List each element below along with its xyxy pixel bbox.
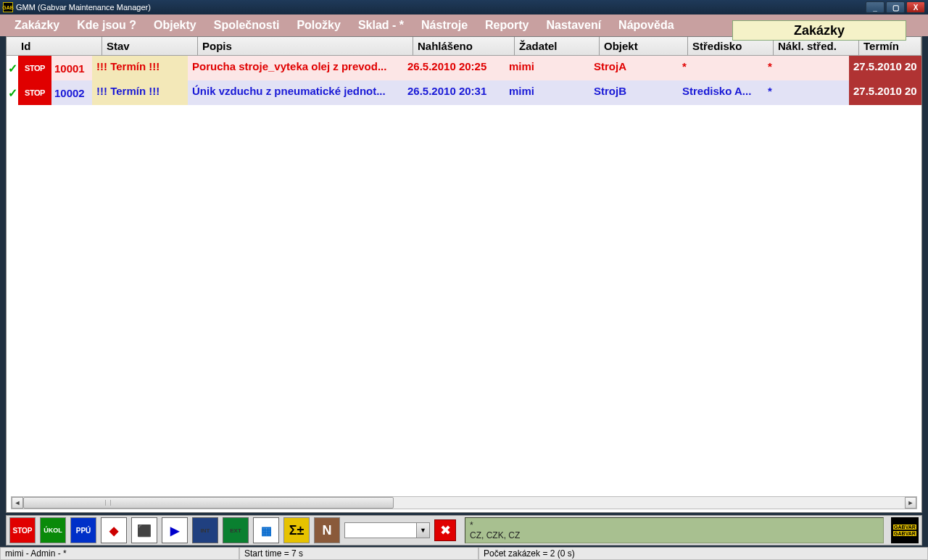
menu-napoveda[interactable]: Nápověda [610, 16, 682, 35]
scroll-right-button[interactable]: ► [905, 497, 916, 509]
menu-zakazky[interactable]: Zakázky [6, 16, 68, 35]
tool-button-5[interactable]: ⬛ [131, 517, 157, 543]
cell-stredisko: * [678, 56, 763, 80]
scroll-thumb[interactable] [23, 497, 394, 509]
gabvar-logo: GABVARGABVAR [891, 517, 919, 543]
tool-button-7[interactable]: INT [192, 517, 218, 543]
grid-container: Id Stav Popis Nahlášeno Žadatel Objekt S… [6, 36, 922, 513]
check-icon: ✓ [7, 56, 18, 80]
tool-button-8[interactable]: EXT [223, 517, 249, 543]
stop-icon: STOP [18, 80, 51, 105]
horizontal-scrollbar[interactable]: ◄ ► [11, 496, 917, 509]
info-line1: * [470, 520, 879, 530]
status-time: Start time = 7 s [239, 548, 478, 560]
col-stav[interactable]: Stav [102, 37, 198, 55]
tool-sum-button[interactable]: Σ± [283, 517, 310, 543]
tool-button-4[interactable]: ◆ [101, 517, 127, 543]
menu-objekty[interactable]: Objekty [145, 16, 205, 35]
cell-stav: !!! Termín !!! [92, 56, 188, 80]
tool-button-9[interactable]: ▦ [253, 517, 279, 543]
cell-zadatel: mimi [505, 80, 589, 105]
scroll-left-button[interactable]: ◄ [12, 497, 23, 509]
info-line2: CZ, CZK, CZ [470, 530, 879, 540]
status-user: mimi - Admin - * [0, 548, 239, 560]
cell-stav: !!! Termín !!! [92, 80, 188, 105]
cell-stredisko: Stredisko A... [678, 80, 763, 105]
cell-id: 10002 [51, 87, 85, 99]
close-button[interactable]: X [906, 1, 925, 13]
menu-sklad[interactable]: Sklad - * [349, 16, 413, 35]
cell-nahlaseno: 26.5.2010 20:31 [403, 80, 505, 105]
col-id[interactable]: Id [17, 37, 102, 55]
grid-body: ✓ STOP 10001 !!! Termín !!! Porucha stro… [7, 56, 921, 105]
tool-n-button[interactable]: N [314, 517, 340, 543]
tool-ppu-button[interactable]: PPÚ [70, 517, 96, 543]
menu-reporty[interactable]: Reporty [476, 16, 537, 35]
check-icon: ✓ [7, 80, 18, 105]
menu-spolecnosti[interactable]: Společnosti [205, 16, 289, 35]
col-popis[interactable]: Popis [198, 37, 413, 55]
cell-termin: 27.5.2010 20 [849, 56, 921, 80]
col-nahlaseno[interactable]: Nahlášeno [413, 37, 515, 55]
bottom-toolbar: STOP ÚKOL PPÚ ◆ ⬛ ▶ INT EXT ▦ Σ± N ▼ ✖ *… [6, 515, 922, 546]
stop-icon: STOP [18, 56, 51, 80]
cell-popis: Porucha stroje_vyteka olej z prevod... [188, 56, 403, 80]
info-panel: * CZ, CZK, CZ [465, 517, 884, 543]
table-row[interactable]: ✓ STOP 10002 !!! Termín !!! Únik vzduchu… [7, 80, 921, 105]
cell-objekt: StrojB [589, 80, 678, 105]
filter-combo[interactable] [344, 522, 417, 538]
status-count: Počet zakázek = 2 (0 s) [478, 548, 928, 560]
cell-objekt: StrojA [589, 56, 678, 80]
maximize-button[interactable]: ▢ [886, 1, 905, 13]
tool-ukol-button[interactable]: ÚKOL [40, 517, 66, 543]
cell-nakl: * [763, 56, 849, 80]
combo-dropdown-button[interactable]: ▼ [417, 522, 430, 538]
menu-polozky[interactable]: Položky [288, 16, 349, 35]
app-icon: GAB [3, 2, 13, 12]
col-zadatel[interactable]: Žadatel [515, 37, 600, 55]
cell-nahlaseno: 26.5.2010 20:25 [403, 56, 505, 80]
menu-nastroje[interactable]: Nástroje [413, 16, 476, 35]
tool-delete-button[interactable]: ✖ [434, 519, 456, 541]
col-objekt[interactable]: Objekt [600, 37, 688, 55]
status-bar: mimi - Admin - * Start time = 7 s Počet … [0, 547, 928, 560]
menu-kde-jsou[interactable]: Kde jsou ? [68, 16, 145, 35]
view-title-badge: Zakázky [732, 20, 906, 41]
cell-popis: Únik vzduchu z pneumatické jednot... [188, 80, 403, 105]
cell-zadatel: mimi [505, 56, 589, 80]
tool-stop-button[interactable]: STOP [9, 517, 36, 543]
col-icon[interactable] [7, 37, 17, 55]
window-title: GMM (Gabvar Maintenance Manager) [16, 3, 151, 12]
tool-button-6[interactable]: ▶ [162, 517, 188, 543]
title-bar: GAB GMM (Gabvar Maintenance Manager) _ ▢… [0, 0, 928, 14]
cell-termin: 27.5.2010 20 [849, 80, 921, 105]
menu-bar: Zakázky Kde jsou ? Objekty Společnosti P… [0, 14, 928, 36]
menu-nastaveni[interactable]: Nastavení [538, 16, 610, 35]
minimize-button[interactable]: _ [866, 1, 884, 13]
cell-id: 10001 [51, 62, 85, 75]
cell-nakl: * [763, 80, 849, 105]
table-row[interactable]: ✓ STOP 10001 !!! Termín !!! Porucha stro… [7, 56, 921, 80]
